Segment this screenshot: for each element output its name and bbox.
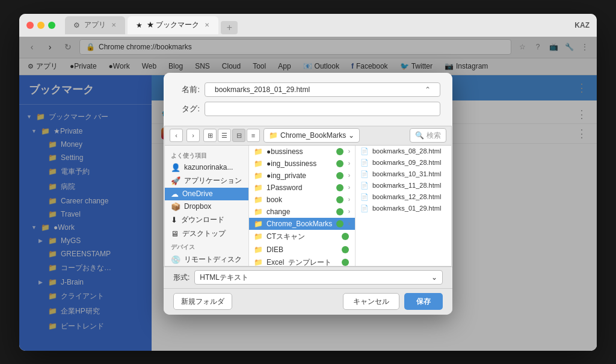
apps-icon: 🚀 — [171, 176, 180, 185]
title-bar: ⚙ アプリ ✕ ★ ★ ブックマーク ✕ + KAZ — [19, 14, 597, 37]
fb-sidebar-section-devices: デバイス — [165, 241, 248, 253]
tab-apps-icon: ⚙ — [72, 21, 81, 29]
file-row-dieb[interactable]: 📁 DIEB — [249, 244, 355, 256]
tag-field: タグ: — [176, 102, 440, 116]
fb-search-placeholder: 検索 — [427, 131, 441, 141]
arrow-icon: › — [348, 172, 350, 179]
save-label: 保存 — [416, 297, 431, 307]
file-row-chrome-bookmarks[interactable]: 📁 Chrome_BookMarks › — [249, 218, 355, 230]
format-value: HTMLテキスト — [200, 273, 248, 283]
download-icon: ⬇ — [171, 215, 177, 224]
save-button[interactable]: 保存 — [404, 293, 443, 310]
file-row-bm-0928[interactable]: 📄 bookmarks_09_28.html — [356, 157, 451, 168]
maximize-button[interactable] — [48, 22, 55, 29]
fb-forward-button[interactable]: › — [186, 129, 200, 142]
fb-sidebar-item-label: ダウンロード — [181, 215, 224, 225]
file-row-ct-scan[interactable]: 📁 CTスキャン — [249, 230, 355, 244]
indicator-dot — [336, 220, 343, 227]
format-dropdown-icon: ⌄ — [431, 273, 437, 282]
fb-view-menu-button[interactable]: ≡ — [247, 129, 260, 142]
new-tab-button[interactable]: + — [221, 21, 238, 34]
fb-folder-icon: 📁 — [269, 131, 278, 140]
file-label: ●ing_bussiness — [266, 159, 333, 168]
tab-bookmarks-close[interactable]: ✕ — [203, 21, 211, 29]
file-row-1password[interactable]: 📁 1Password › — [249, 182, 355, 194]
fb-toolbar: ‹ › ⊞ ☰ ⊟ ≡ 📁 Chrome_BookMarks ⌄ 🔍 — [165, 126, 451, 146]
folder-icon: 📁 — [254, 184, 263, 192]
file-row-bussiness[interactable]: 📁 ●bussiness › — [249, 146, 355, 158]
search-icon: 🔍 — [415, 131, 424, 140]
fb-view-columns-button[interactable]: ⊟ — [232, 129, 245, 142]
file-label: Chrome_BookMarks — [266, 220, 333, 228]
file-label: CTスキャン — [266, 232, 338, 242]
dropbox-icon: 📦 — [171, 202, 180, 211]
file-label: bookmarks_11_28.html — [372, 182, 446, 189]
folder-icon: 📁 — [254, 258, 263, 266]
file-row-bm-0828[interactable]: 📄 bookmarks_08_28.html — [356, 146, 451, 157]
fb-sidebar-item-apps[interactable]: 🚀 アプリケーション — [165, 174, 248, 188]
fb-sidebar-item-user[interactable]: 👤 kazunorinaka... — [165, 161, 248, 174]
tab-bookmarks[interactable]: ★ ★ ブックマーク ✕ — [128, 16, 218, 34]
new-folder-button[interactable]: 新規フォルダ — [173, 293, 232, 310]
folder-icon: 📁 — [254, 171, 263, 180]
file-label: Excel_テンプレート — [266, 258, 338, 266]
tab-apps[interactable]: ⚙ アプリ ✕ — [65, 16, 125, 34]
fb-sidebar-item-label: デスクトップ — [182, 229, 226, 239]
fb-sidebar-item-remote-disk[interactable]: 💿 リモートディスク — [165, 253, 248, 266]
file-label: bookmarks_09_28.html — [372, 159, 446, 166]
filename-field: 名前: bookmarks_2018_01_29.html ⌃ — [176, 82, 440, 97]
filename-label: 名前: — [176, 84, 200, 95]
fb-sidebar-item-desktop[interactable]: 🖥 デスクトップ — [165, 227, 248, 241]
file-row-bm-1031[interactable]: 📄 bookmarks_10_31.html — [356, 168, 451, 180]
folder-icon: 📁 — [254, 159, 263, 168]
file-row-bm-0129[interactable]: 📄 bookmarks_01_29.html — [356, 203, 451, 214]
close-button[interactable] — [26, 22, 34, 29]
cancel-button[interactable]: キャンセル — [343, 293, 399, 310]
fb-sidebar-item-label: アプリケーション — [184, 176, 242, 186]
html-file-icon: 📄 — [360, 182, 369, 190]
file-row-bm-1228[interactable]: 📄 bookmarks_12_28.html — [356, 191, 451, 203]
fb-view-list-button[interactable]: ☰ — [218, 129, 231, 142]
file-row-change[interactable]: 📁 change › — [249, 206, 355, 218]
fb-sidebar: よく使う項目 👤 kazunorinaka... 🚀 アプリケーション ☁ On… — [165, 146, 249, 266]
file-row-ing-bussiness[interactable]: 📁 ●ing_bussiness › — [249, 158, 355, 170]
tag-input[interactable] — [205, 102, 440, 116]
fb-sidebar-section-favorites: よく使う項目 — [165, 149, 248, 161]
filename-value: bookmarks_2018_01_29.html — [210, 85, 420, 94]
file-label: DIEB — [266, 245, 338, 254]
fb-sidebar-item-label: kazunorinaka... — [184, 163, 233, 171]
fb-location-display[interactable]: 📁 Chrome_BookMarks ⌄ — [263, 128, 360, 143]
file-row-excel[interactable]: 📁 Excel_テンプレート — [249, 256, 355, 266]
fb-sidebar-item-downloads[interactable]: ⬇ ダウンロード — [165, 213, 248, 227]
filename-input[interactable]: bookmarks_2018_01_29.html ⌃ — [205, 82, 440, 97]
fb-sidebar-item-dropbox[interactable]: 📦 Dropbox — [165, 200, 248, 213]
indicator-dot — [342, 233, 349, 240]
folder-icon: 📁 — [254, 147, 263, 156]
arrow-icon: › — [348, 184, 350, 191]
expand-icon[interactable]: ⌃ — [420, 82, 435, 97]
fb-back-button[interactable]: ‹ — [170, 129, 183, 142]
file-label: ●bussiness — [266, 147, 333, 156]
indicator-dot — [336, 208, 343, 215]
indicator-dot — [336, 172, 343, 179]
folder-icon: 📁 — [254, 245, 263, 254]
fb-sidebar-item-onedrive[interactable]: ☁ OneDrive — [165, 188, 248, 200]
file-label: bookmarks_01_29.html — [372, 205, 446, 212]
file-row-book[interactable]: 📁 book › — [249, 194, 355, 206]
file-row-bm-1128[interactable]: 📄 bookmarks_11_28.html — [356, 180, 451, 191]
tag-label: タグ: — [176, 103, 200, 114]
html-file-icon: 📄 — [360, 170, 369, 178]
folder-icon: 📁 — [254, 220, 263, 228]
fb-view-icons-button[interactable]: ⊞ — [203, 129, 217, 142]
tab-apps-close[interactable]: ✕ — [109, 21, 118, 29]
format-select[interactable]: HTMLテキスト ⌄ — [194, 270, 443, 285]
format-label: 形式: — [173, 273, 189, 283]
folder-icon: 📁 — [254, 232, 263, 241]
fb-sidebar-item-label: リモートディスク — [184, 254, 242, 265]
desktop-icon: 🖥 — [171, 229, 179, 238]
minimize-button[interactable] — [37, 22, 45, 29]
file-row-ing-private[interactable]: 📁 ●ing_private › — [249, 170, 355, 182]
disk-icon: 💿 — [171, 255, 180, 264]
fb-search-input[interactable]: 🔍 検索 — [410, 128, 446, 143]
fb-right-panel: 📄 bookmarks_08_28.html 📄 bookmarks_09_28… — [355, 146, 451, 266]
